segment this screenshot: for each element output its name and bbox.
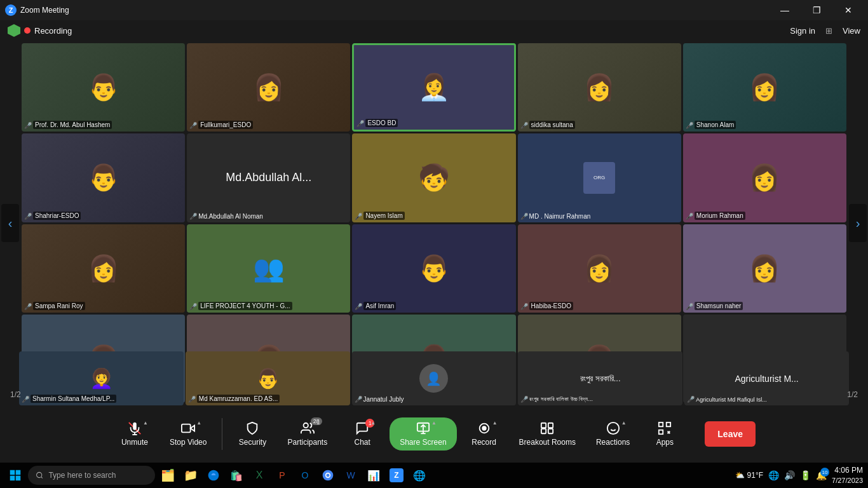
participants-caret[interactable]: ▲ — [316, 420, 321, 426]
leave-button[interactable]: Leave — [705, 421, 756, 447]
reactions-button[interactable]: ▲ Reactions — [588, 416, 637, 452]
maximize-button[interactable]: ❐ — [802, 0, 831, 20]
participant-cell-8: 🧒 🎤 Nayem Islam — [352, 133, 515, 222]
svg-rect-13 — [548, 423, 553, 428]
participants-icon: 28 ▲ — [301, 421, 315, 435]
nav-arrow-left[interactable]: ‹ — [1, 204, 19, 242]
participant-video-3: 👩‍💼 — [354, 45, 513, 130]
title-bar: Z Zoom Meeting — ❐ ✕ — [0, 0, 868, 20]
participant-name-15: Shamsun naher — [695, 302, 743, 310]
participant-cell-6: 👨 🎤 Shahriar-ESDO — [22, 133, 185, 222]
svg-point-5 — [303, 423, 308, 428]
share-caret[interactable]: ▲ — [431, 420, 437, 426]
participant-name-7: Md.Abdullah Al Noman — [198, 213, 263, 220]
share-screen-button[interactable]: ▲ Share Screen — [390, 417, 456, 451]
minimize-button[interactable]: — — [770, 0, 799, 20]
taskbar-store-icon[interactable]: 🛍️ — [226, 465, 247, 485]
volume-icon[interactable]: 🔊 — [784, 470, 795, 480]
mic-muted-icon-7: 🎤 — [189, 213, 197, 220]
security-label: Security — [239, 438, 266, 447]
breakout-rooms-button[interactable]: Breakout Rooms — [512, 416, 583, 452]
svg-rect-23 — [16, 470, 21, 475]
participant-name-6: Shahriar-ESDO — [33, 212, 81, 220]
participant-cell-15: 👩 🎤 Shamsun naher — [683, 224, 846, 313]
weather-icon: ⛅ — [735, 471, 745, 480]
participants-button[interactable]: 28 ▲ Participants — [280, 416, 335, 452]
taskbar-system-tray: ⛅ 91°F 🌐 🔊 🔋 🔔 10 4:06 PM 7/27/2023 — [735, 465, 863, 485]
participant-video-2: 👩 — [187, 43, 350, 132]
taskbar-excel-icon[interactable]: X — [249, 465, 269, 485]
taskbar-powerpoint-icon[interactable]: P — [272, 465, 292, 485]
participant-name-2: Fullkumari_ESDO — [198, 121, 253, 129]
participant-cell-21: 👩‍🦱 🎤 Sharmin Sultana Medha/LP... — [19, 351, 184, 405]
video-caret[interactable]: ▲ — [196, 420, 201, 426]
security-button[interactable]: Security — [230, 416, 275, 452]
mic-muted-icon-5: 🎤 — [686, 122, 693, 129]
taskbar-app9-icon[interactable]: 🌐 — [409, 465, 430, 485]
unmute-caret[interactable]: ▲ — [143, 420, 148, 426]
mic-muted-icon-14: 🎤 — [520, 303, 528, 310]
record-button[interactable]: ▲ Record — [462, 416, 506, 452]
participant-cell-3: 👩‍💼 🎤 ESDO BD — [352, 43, 515, 132]
participant-video-13: 👨 — [352, 224, 515, 313]
record-caret[interactable]: ▲ — [492, 420, 498, 426]
notification-area[interactable]: 🔔 10 — [816, 470, 827, 480]
nav-arrow-right[interactable]: › — [849, 204, 867, 242]
reactions-caret[interactable]: ▲ — [621, 420, 627, 426]
security-shield-icon — [245, 421, 259, 435]
taskbar-outlook-icon[interactable]: O — [295, 465, 315, 485]
chat-caret[interactable]: ▲ — [370, 420, 376, 426]
system-clock[interactable]: 4:06 PM 7/27/2023 — [832, 465, 863, 485]
title-left: Z Zoom Meeting — [5, 4, 69, 16]
recording-badge: Recording — [8, 24, 72, 37]
participant-name-4: siddika sultana — [529, 121, 575, 129]
network-icon[interactable]: 🌐 — [768, 470, 779, 480]
participant-cell-7: Md.Abdullah Al... 🎤 Md.Abdullah Al Noman — [187, 133, 350, 222]
mic-muted-icon-3: 🎤 — [356, 120, 364, 127]
participant-name-24: রংপুর সরকারি বালিকা উচ্চ বিদ্য... — [529, 396, 593, 403]
participant-name-5: Shanon Alam — [695, 121, 736, 129]
unmute-button[interactable]: ▲ Unmute — [112, 416, 157, 452]
svg-rect-14 — [541, 429, 546, 433]
mic-muted-icon-24: 🎤 — [520, 396, 528, 403]
svg-rect-21 — [659, 430, 663, 434]
chat-button[interactable]: 1 ▲ Chat — [340, 416, 384, 452]
taskbar-word-icon[interactable]: W — [341, 465, 361, 485]
apps-button[interactable]: Apps — [642, 416, 687, 452]
mic-muted-icon-13: 🎤 — [355, 303, 362, 310]
participant-video-5: 👩 — [683, 43, 846, 132]
taskbar-file-explorer-icon[interactable]: 📁 — [180, 465, 201, 485]
participant-name-23: Jannatul Jubly — [363, 396, 404, 403]
participant-name-3: ESDO BD — [365, 119, 398, 127]
participant-cell-12: 👥 🎤 LIFE PROJECT 4 YOUTH - G... — [187, 224, 350, 313]
mic-muted-icon-8: 🎤 — [355, 213, 362, 220]
chat-icon: 1 ▲ — [355, 421, 369, 435]
recording-dot — [24, 27, 31, 34]
close-button[interactable]: ✕ — [834, 0, 863, 20]
taskbar-search-box[interactable] — [28, 466, 155, 485]
apps-icon — [658, 421, 672, 435]
svg-marker-3 — [191, 425, 194, 431]
participant-video-8: 🧒 — [352, 133, 515, 222]
search-input[interactable] — [48, 471, 147, 480]
svg-line-27 — [41, 477, 43, 478]
svg-rect-22 — [10, 470, 15, 475]
taskbar-chrome-icon[interactable] — [318, 465, 338, 485]
sign-in-link[interactable]: Sign in — [790, 26, 815, 36]
windows-start-button[interactable] — [5, 465, 25, 485]
taskbar-zoom-icon[interactable]: Z — [386, 465, 407, 485]
taskbar-edge-icon[interactable] — [203, 465, 224, 485]
taskbar-widgets-icon[interactable]: 🗂️ — [158, 465, 178, 485]
participant-cell-11: 👩 🎤 Sampa Rani Roy — [22, 224, 185, 313]
stop-video-button[interactable]: ▲ Stop Video — [162, 416, 215, 452]
view-label[interactable]: View — [843, 26, 860, 36]
participant-text-name-24: রংপুর সরকারি... — [578, 371, 623, 386]
taskbar-app8-icon[interactable]: 📊 — [363, 465, 384, 485]
participant-name-22: Md Kamruzzaman. ED AS... — [197, 395, 280, 403]
mic-muted-icon-11: 🎤 — [24, 303, 32, 310]
battery-icon[interactable]: 🔋 — [800, 470, 811, 480]
mic-muted-icon-4: 🎤 — [520, 122, 528, 129]
breakout-rooms-label: Breakout Rooms — [519, 438, 576, 447]
title-controls: — ❐ ✕ — [770, 0, 863, 20]
weather-widget: ⛅ 91°F — [735, 471, 763, 480]
